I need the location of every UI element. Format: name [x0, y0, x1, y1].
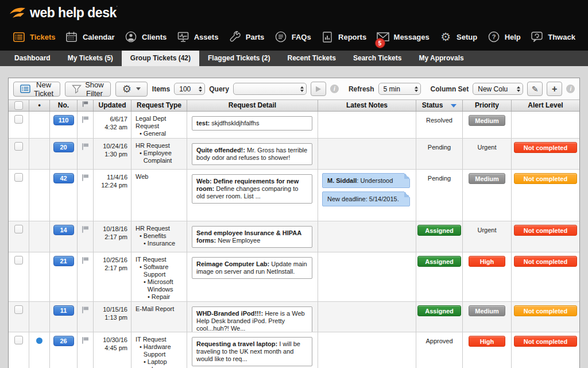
- add-column-set-button[interactable]: [547, 82, 562, 96]
- cell-latest-notes: M. Siddall: UnderstoodNew deadline: 5/14…: [318, 170, 416, 221]
- new-ticket-button[interactable]: New Ticket: [13, 82, 60, 97]
- cell-updated: 10/25/162:17 pm: [94, 252, 131, 301]
- stepper-icon: [199, 86, 202, 92]
- column-header-status[interactable]: Status: [416, 100, 463, 111]
- nav-item-clients[interactable]: Clients: [125, 30, 167, 43]
- messages-icon: 5: [377, 30, 389, 43]
- ticket-number-badge[interactable]: 21: [53, 256, 74, 266]
- cell-flag: [78, 170, 94, 221]
- request-detail-box[interactable]: WHD-Branded iPod!!!: Here is a Web Help …: [192, 306, 312, 332]
- request-detail-box[interactable]: Requesting a travel laptop: I will be tr…: [192, 337, 312, 366]
- column-header-label: No.: [58, 101, 69, 109]
- request-type-text: Repair Request: [152, 293, 185, 301]
- column-header-select[interactable]: [9, 100, 29, 111]
- row-checkbox[interactable]: [14, 115, 23, 124]
- nav-item-parts[interactable]: Parts: [229, 30, 265, 43]
- flag-icon[interactable]: [82, 256, 89, 266]
- bullet: •: [148, 293, 150, 301]
- flag-icon[interactable]: [82, 225, 89, 235]
- select-all-checkbox[interactable]: [14, 101, 23, 110]
- nav-item-thwack[interactable]: Thwack: [531, 30, 575, 43]
- column-header-alert-level[interactable]: Alert Level: [512, 100, 579, 111]
- nav-item-help[interactable]: ?Help: [488, 30, 521, 43]
- column-header-latest-notes[interactable]: Latest Notes: [318, 100, 416, 111]
- cell-unread: [29, 302, 50, 332]
- new-ticket-list-icon: [20, 85, 30, 93]
- row-checkbox[interactable]: [14, 336, 23, 344]
- items-per-page-select[interactable]: 100: [174, 83, 205, 95]
- tab-group-tickets-42[interactable]: Group Tickets (42): [122, 51, 199, 66]
- flag-icon[interactable]: [82, 116, 89, 125]
- nav-item-calendar[interactable]: Calendar: [65, 30, 115, 43]
- request-detail-box[interactable]: Send employee Insurance & HIPAA forms: N…: [192, 226, 312, 248]
- ticket-number-badge[interactable]: 42: [53, 173, 74, 183]
- cell-status: Assigned: [416, 302, 463, 332]
- ticket-number-badge[interactable]: 26: [53, 336, 74, 346]
- refresh-value: 5 min: [384, 85, 400, 93]
- column-header-flag[interactable]: [78, 100, 94, 111]
- cell-alert-level: Not completed: [512, 302, 579, 332]
- column-header-priority[interactable]: Priority: [463, 100, 512, 111]
- clients-icon: [125, 30, 137, 43]
- row-checkbox[interactable]: [14, 225, 23, 233]
- column-header-request-type[interactable]: Request Type: [131, 100, 187, 111]
- column-header-updated[interactable]: Updated: [94, 100, 131, 111]
- ticket-number-badge[interactable]: 14: [53, 225, 74, 235]
- flag-icon[interactable]: [82, 143, 89, 152]
- nav-item-messages[interactable]: 5Messages: [377, 30, 430, 43]
- tab-recent-tickets[interactable]: Recent Tickets: [278, 51, 345, 66]
- stepper-icon: [300, 86, 304, 92]
- query-info-icon[interactable]: [330, 85, 339, 93]
- flag-icon[interactable]: [82, 174, 89, 183]
- refresh-interval-select[interactable]: 5 min: [378, 83, 421, 95]
- tab-my-approvals[interactable]: My Approvals: [410, 51, 472, 66]
- column-set-select[interactable]: New Colu: [473, 83, 523, 95]
- row-checkbox[interactable]: [14, 305, 23, 314]
- request-detail-box[interactable]: test: skjdfhskldjhfalfhs: [192, 116, 312, 131]
- solarwinds-logo-icon: [9, 5, 26, 20]
- table-row: 1110/15/161:13 pmE-Mail ReportWHD-Brande…: [9, 302, 579, 332]
- sub-nav: DashboardMy Tickets (5)Group Tickets (42…: [0, 51, 588, 66]
- ticket-number-badge[interactable]: 11: [53, 305, 74, 316]
- column-set-info-icon[interactable]: [566, 85, 575, 93]
- cell-status: Resolved: [416, 112, 463, 138]
- show-filter-button[interactable]: Show Filter: [65, 82, 111, 97]
- edit-column-set-button[interactable]: [527, 82, 543, 96]
- nav-item-faqs[interactable]: FAQs: [274, 30, 311, 43]
- table-settings-dropdown-button[interactable]: [115, 82, 148, 97]
- tab-search-tickets[interactable]: Search Tickets: [345, 51, 411, 66]
- column-header-request-detail[interactable]: Request Detail: [187, 100, 318, 111]
- ticket-number-badge[interactable]: 110: [53, 115, 74, 125]
- nav-item-assets[interactable]: Assets: [177, 30, 219, 43]
- updated-date: 10/18/16: [94, 225, 127, 233]
- sort-descending-icon: [451, 104, 457, 108]
- request-type-text: Microsoft Windows: [148, 278, 185, 293]
- cell-request-type: Web: [131, 170, 187, 221]
- alert-level-badge: Not completed: [514, 256, 577, 267]
- request-detail-title: WHD-Branded iPod!!!:: [196, 310, 263, 317]
- query-select[interactable]: [233, 83, 307, 95]
- nav-item-reports[interactable]: Reports: [321, 30, 366, 43]
- request-detail-box[interactable]: Web: Define requirements for new room: D…: [192, 174, 312, 204]
- nav-item-setup[interactable]: ⚙Setup: [439, 30, 477, 43]
- flag-icon[interactable]: [82, 336, 89, 346]
- tab-my-tickets-5[interactable]: My Tickets (5): [59, 51, 122, 66]
- row-checkbox[interactable]: [14, 256, 23, 264]
- tab-dashboard[interactable]: Dashboard: [6, 51, 59, 66]
- request-detail-box[interactable]: Reimage Computer Lab: Update main image …: [192, 257, 312, 279]
- updated-time: 4:45 pm: [94, 344, 127, 352]
- status-text: Pending: [428, 139, 451, 151]
- row-checkbox[interactable]: [14, 173, 23, 182]
- cell-request-type: HR Request•Benefits•Insurance: [131, 221, 187, 252]
- column-header-unread[interactable]: •: [29, 100, 50, 111]
- nav-item-tickets[interactable]: Tickets: [13, 30, 56, 43]
- column-header-number[interactable]: No.: [50, 100, 78, 111]
- ticket-number-badge[interactable]: 20: [53, 142, 74, 152]
- request-type-text: IT Request: [136, 256, 167, 263]
- flag-icon[interactable]: [82, 306, 89, 315]
- request-detail-box[interactable]: Quite offended!: Mr. Gross has terrible …: [192, 143, 312, 165]
- run-query-button[interactable]: [311, 82, 326, 96]
- cell-request-detail: Send employee Insurance & HIPAA forms: N…: [187, 221, 318, 252]
- tab-flagged-tickets-2[interactable]: Flagged Tickets (2): [199, 51, 278, 66]
- row-checkbox[interactable]: [14, 142, 23, 151]
